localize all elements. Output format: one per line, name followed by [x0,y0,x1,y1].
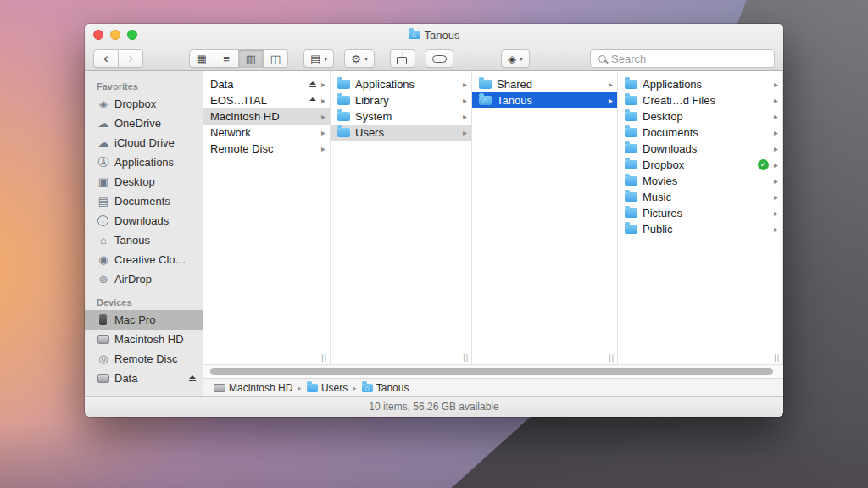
disclosure-triangle: ▸ [774,209,778,218]
eject-button[interactable] [309,97,316,103]
column-view-button[interactable]: ▥ [238,49,264,68]
tags-button[interactable] [426,49,453,68]
file-row-public[interactable]: Public▸ [618,221,782,237]
sidebar-item-documents[interactable]: ▤Documents [85,191,203,211]
disc-icon: ◎ [96,353,111,364]
column-view-icon: ▥ [246,53,256,65]
file-name: Applications [355,78,458,91]
column-resize-handle[interactable]: || [609,353,615,362]
file-row-system[interactable]: System▸ [331,108,471,125]
file-row-dropbox[interactable]: Dropbox✓▸ [618,157,782,173]
icon-view-button[interactable]: ▦ [189,49,214,68]
file-name: Desktop [643,110,769,123]
sync-complete-badge: ✓ [758,159,769,170]
sidebar-item-remote-disc[interactable]: ◎Remote Disc [85,349,203,369]
titlebar[interactable]: ⌂ Tanous [85,24,783,46]
sidebar-item-applications[interactable]: ⒶApplications [85,152,203,172]
file-row-pictures[interactable]: Pictures▸ [618,205,782,221]
file-row-macintosh-hd[interactable]: Macintosh HD▸ [203,108,330,125]
share-button[interactable]: ↑ [390,49,415,68]
file-name: Data [210,78,301,91]
applications-icon: Ⓐ [96,157,111,168]
file-row-users[interactable]: Users▸ [331,125,471,141]
file-row-network[interactable]: Network▸ [203,125,330,141]
documents-icon: ▤ [96,196,111,207]
column-resize-handle[interactable]: || [774,353,780,362]
folder-icon [625,208,637,218]
action-button[interactable]: ⚙ ▾ [344,49,375,68]
sidebar-item-creative-clo[interactable]: ◉Creative Clo… [85,250,203,269]
file-row-shared[interactable]: Shared▸ [472,76,617,92]
sidebar-item-macintosh-hd[interactable]: Macintosh HD [85,330,203,349]
sidebar-item-downloads[interactable]: ↓Downloads [85,211,203,230]
disclosure-triangle: ▸ [774,193,778,202]
eject-button[interactable] [309,81,316,87]
desktop-icon: ▣ [96,176,111,187]
horizontal-scrollbar[interactable] [203,364,783,378]
list-view-icon: ≡ [223,53,230,65]
scrollbar-thumb[interactable] [210,368,773,375]
sidebar-item-onedrive[interactable]: ☁OneDrive [85,114,203,133]
file-row-music[interactable]: Music▸ [618,189,782,205]
file-row-applications[interactable]: Applications▸ [331,76,471,92]
file-row-eos-ital[interactable]: EOS…ITAL▸ [203,92,330,108]
path-item-users[interactable]: Users [307,382,348,394]
sidebar-item-desktop[interactable]: ▣Desktop [85,172,203,191]
path-item-label: Tanous [376,382,409,394]
column-resize-handle[interactable]: || [463,353,469,362]
sidebar-item-dropbox[interactable]: ◈Dropbox [85,94,203,114]
column-browser: Data▸EOS…ITAL▸Macintosh HD▸Network▸Remot… [203,71,783,364]
finder-column-3: Shared▸⌂Tanous▸|| [472,71,618,364]
back-button[interactable]: ‹ [93,49,119,68]
file-row-movies[interactable]: Movies▸ [618,173,782,189]
file-name: Users [355,126,458,139]
path-item-tanous[interactable]: ⌂Tanous [362,382,409,394]
folder-icon [625,96,637,105]
file-row-desktop[interactable]: Desktop▸ [618,108,782,125]
file-name: Macintosh HD [210,110,316,123]
sidebar-item-label: OneDrive [114,117,196,130]
sidebar-item-label: Data [114,372,181,385]
onedrive-icon: ☁ [96,118,111,129]
disclosure-triangle: ▸ [463,129,467,137]
minimize-button[interactable] [110,30,120,40]
sidebar-item-mac-pro[interactable]: Mac Pro [85,310,203,330]
list-view-button[interactable]: ≡ [214,49,239,68]
dropbox-icon: ◈ [96,98,111,109]
column-resize-handle[interactable]: || [321,353,327,362]
path-item-macintosh-hd[interactable]: Macintosh HD [214,382,292,394]
sidebar-item-airdrop[interactable]: ⊚AirDrop [85,269,203,289]
eject-button[interactable] [189,375,196,381]
file-row-applications[interactable]: Applications▸ [618,76,782,92]
search-icon [598,55,606,63]
file-row-library[interactable]: Library▸ [331,92,471,108]
dropbox-menu-button[interactable]: ◈ ▾ [501,49,530,68]
arrange-icon: ▤ [310,53,320,65]
file-row-remote-disc[interactable]: Remote Disc▸ [203,141,330,157]
dropbox-icon: ◈ [508,53,516,65]
disclosure-triangle: ▸ [609,80,613,89]
sidebar-item-icloud-drive[interactable]: ☁iCloud Drive [85,133,203,152]
file-row-tanous[interactable]: ⌂Tanous▸ [472,92,617,108]
zoom-button[interactable] [127,30,137,40]
file-name: Tanous [497,94,604,107]
folder-icon [625,80,637,89]
sidebar-item-data[interactable]: Data [85,369,203,388]
file-row-documents[interactable]: Documents▸ [618,125,782,141]
home-folder-proxy-icon: ⌂ [409,30,420,39]
file-row-data[interactable]: Data▸ [203,76,330,92]
folder-icon [625,128,637,137]
disclosure-triangle: ▸ [321,97,326,105]
search-field[interactable]: Search [590,49,775,68]
status-text: 10 items, 56.26 GB available [369,401,498,413]
coverflow-view-button[interactable]: ◫ [263,49,288,68]
file-row-downloads[interactable]: Downloads▸ [618,141,782,157]
arrange-button[interactable]: ▤ ▾ [303,49,334,68]
file-row-creati-d-files[interactable]: Creati…d Files▸ [618,92,782,108]
forward-button[interactable]: › [118,49,143,68]
window-content: Favorites◈Dropbox☁OneDrive☁iCloud DriveⒶ… [85,71,783,396]
sidebar-section-header: Devices [97,297,203,308]
share-icon: ↑ [397,53,408,64]
close-button[interactable] [93,30,103,40]
sidebar-item-tanous[interactable]: ⌂Tanous [85,230,203,250]
